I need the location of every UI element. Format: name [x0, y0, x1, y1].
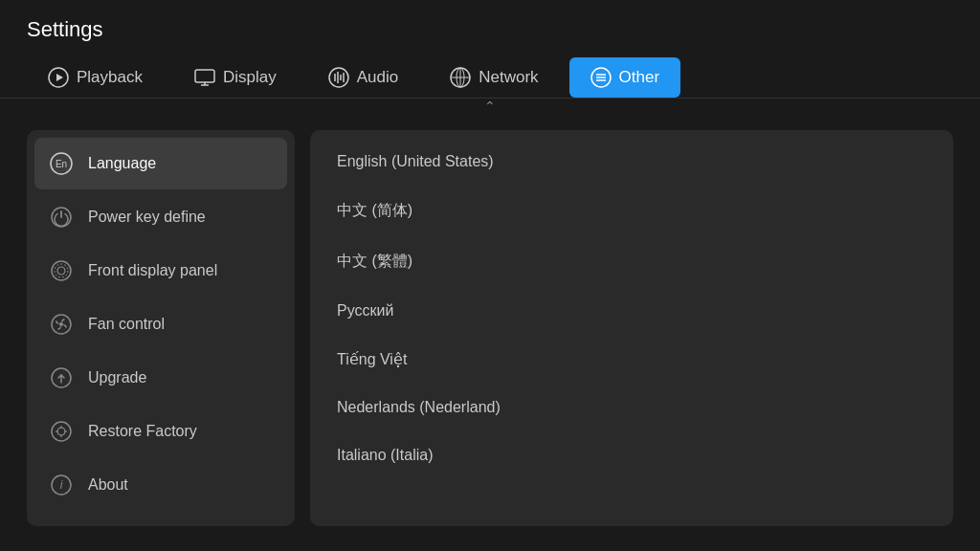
lang-item-1[interactable]: 中文 (简体)	[310, 186, 953, 236]
restore-icon	[48, 418, 75, 445]
tab-display[interactable]: Display	[173, 58, 298, 97]
menu-item-fan-control[interactable]: Fan control	[34, 298, 287, 350]
about-icon: i	[48, 472, 75, 498]
tab-other[interactable]: Other	[569, 57, 681, 98]
lang-item-6[interactable]: Italiano (Italia)	[310, 431, 953, 479]
right-panel: English (United States) 中文 (简体) 中文 (繁體) …	[310, 130, 953, 526]
lang-item-4[interactable]: Tiếng Việt	[310, 335, 953, 384]
svg-marker-1	[56, 74, 63, 81]
menu-item-about[interactable]: i About	[34, 459, 287, 511]
menu-label-about: About	[88, 476, 128, 494]
menu-label-power-key: Power key define	[88, 209, 206, 226]
menu-item-front-display[interactable]: Front display panel	[34, 245, 287, 297]
upgrade-icon	[48, 364, 75, 391]
header: Settings Playback Display	[0, 0, 980, 98]
lang-item-0[interactable]: English (United States)	[310, 138, 953, 186]
menu-item-power-key[interactable]: Power key define	[34, 191, 287, 243]
menu-label-fan-control: Fan control	[88, 316, 165, 333]
svg-rect-2	[195, 70, 214, 82]
chevron-row: ⌃	[0, 98, 980, 115]
menu-label-language: Language	[88, 155, 156, 172]
page-title: Settings	[27, 17, 953, 42]
menu-item-upgrade[interactable]: Upgrade	[34, 352, 287, 404]
tab-network[interactable]: Network	[429, 57, 559, 98]
front-display-icon	[48, 257, 75, 284]
lang-item-5[interactable]: Nederlands (Nederland)	[310, 384, 953, 431]
power-icon	[48, 204, 75, 231]
svg-point-22	[57, 267, 65, 275]
lang-item-2[interactable]: 中文 (繁體)	[310, 236, 953, 287]
menu-item-language[interactable]: En Language	[34, 138, 287, 189]
tab-playback[interactable]: Playback	[27, 57, 164, 98]
menu-label-front-display: Front display panel	[88, 262, 217, 279]
display-icon	[194, 69, 215, 86]
svg-point-28	[57, 428, 65, 435]
chevron-up-icon: ⌃	[484, 98, 496, 115]
svg-text:i: i	[60, 478, 63, 492]
content-area: En Language Power key define	[0, 115, 980, 541]
menu-label-upgrade: Upgrade	[88, 369, 146, 386]
lang-item-3[interactable]: Русский	[310, 287, 953, 335]
playback-icon	[48, 67, 69, 88]
svg-text:En: En	[56, 159, 67, 169]
svg-point-27	[52, 422, 71, 441]
menu-label-restore-factory: Restore Factory	[88, 423, 197, 440]
left-panel: En Language Power key define	[27, 130, 295, 526]
svg-point-25	[59, 322, 63, 326]
svg-point-5	[329, 68, 348, 87]
network-icon	[450, 67, 471, 88]
fan-icon	[48, 311, 75, 338]
other-icon	[590, 67, 612, 88]
svg-point-23	[55, 264, 68, 277]
tab-bar: Playback Display	[27, 57, 953, 98]
audio-icon	[328, 67, 349, 88]
tab-audio[interactable]: Audio	[307, 57, 419, 98]
language-icon: En	[48, 150, 75, 177]
menu-item-restore-factory[interactable]: Restore Factory	[34, 406, 287, 457]
